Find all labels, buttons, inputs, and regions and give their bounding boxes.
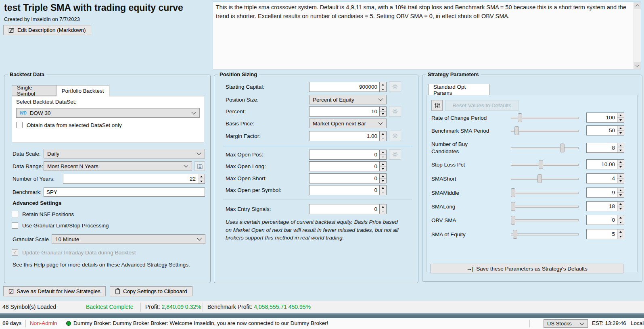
tab-standard-opt-params[interactable]: Standard Opt Params	[428, 84, 489, 95]
slider-thumb[interactable]	[511, 202, 515, 211]
param-slider[interactable]	[511, 202, 579, 211]
scroll-up-button[interactable]	[634, 2, 641, 9]
save-parameters-defaults-button[interactable]: →| Save these Parameters as Strategy's D…	[431, 264, 623, 273]
spin-down-button[interactable]	[617, 131, 624, 135]
max-open-long-stepper[interactable]: 0	[309, 161, 387, 171]
basis-price-combobox[interactable]: Market Open next Bar	[309, 119, 387, 128]
param-stepper[interactable]: 9	[586, 187, 624, 198]
spin-up-button[interactable]	[380, 131, 386, 136]
spin-up-button[interactable]	[380, 204, 386, 209]
param-slider[interactable]	[511, 188, 579, 197]
starting-capital-stepper[interactable]: 900000	[309, 82, 387, 92]
granular-scale-combobox[interactable]: 10 Minute	[52, 234, 205, 244]
param-stepper[interactable]: 8	[586, 143, 624, 153]
benchmark-input[interactable]: SPY	[44, 187, 205, 197]
param-slider[interactable]	[511, 230, 579, 239]
slider-thumb[interactable]	[539, 160, 543, 169]
slider-thumb[interactable]	[537, 174, 542, 183]
tab-single-symbol[interactable]: Single Symbol	[12, 85, 56, 96]
spin-up-button[interactable]	[617, 126, 624, 131]
data-scale-combobox[interactable]: Daily	[44, 149, 205, 158]
spin-down-button[interactable]	[380, 167, 386, 171]
slider-thumb[interactable]	[560, 144, 565, 152]
param-stepper[interactable]: 10.00	[586, 159, 624, 169]
market-combobox[interactable]: US Stocks	[544, 319, 588, 328]
granular-limit-checkbox[interactable]	[12, 222, 18, 229]
max-open-short-stepper[interactable]: 0	[309, 173, 387, 183]
spin-up-button[interactable]	[617, 160, 624, 164]
percent-stepper[interactable]: 10	[309, 106, 387, 117]
spin-up-button[interactable]	[198, 174, 205, 179]
spin-up-button[interactable]	[617, 215, 624, 220]
spin-up-button[interactable]	[380, 82, 386, 87]
help-page-link[interactable]: Help page	[34, 262, 59, 268]
copy-settings-button[interactable]: Copy Settings to Clipboard	[110, 286, 192, 296]
param-stepper[interactable]: 0	[586, 215, 624, 225]
scroll-down-button[interactable]	[634, 62, 641, 69]
spin-down-button[interactable]	[617, 220, 624, 225]
slider-thumb[interactable]	[514, 126, 519, 135]
spin-down-button[interactable]	[617, 148, 624, 152]
starting-capital-gear-button[interactable]	[389, 81, 401, 92]
param-slider[interactable]	[511, 144, 579, 152]
data-range-combobox[interactable]: Most Recent N Years	[44, 161, 192, 171]
slider-thumb[interactable]	[513, 230, 517, 239]
reset-values-button[interactable]: Reset Values to Defaults	[445, 100, 519, 111]
save-data-range-button[interactable]	[194, 161, 205, 171]
slider-thumb[interactable]	[511, 188, 515, 197]
spin-down-button[interactable]	[380, 136, 386, 141]
spin-up-button[interactable]	[617, 202, 624, 206]
update-granular-checkbox[interactable]: ✓	[12, 249, 18, 256]
margin-factor-stepper[interactable]: 1.00	[309, 131, 387, 141]
description-scrollbar[interactable]	[634, 2, 641, 69]
param-slider[interactable]	[511, 126, 579, 135]
spin-up-button[interactable]	[617, 174, 624, 179]
param-stepper[interactable]: 18	[586, 201, 624, 211]
optimization-sliders-button[interactable]	[431, 100, 443, 111]
max-open-per-symbol-stepper[interactable]: 0	[309, 185, 387, 195]
param-stepper[interactable]: 50	[586, 125, 624, 135]
margin-factor-gear-button[interactable]	[389, 131, 401, 141]
spin-down-button[interactable]	[380, 179, 386, 183]
position-size-combobox[interactable]: Percent of Equity	[309, 95, 387, 104]
max-open-pos-stepper[interactable]: 0	[309, 150, 387, 160]
obtain-only-checkbox[interactable]	[16, 122, 23, 128]
param-stepper[interactable]: 4	[586, 173, 624, 183]
slider-thumb[interactable]	[511, 216, 515, 225]
max-open-pos-gear-button[interactable]	[389, 149, 401, 160]
spin-up-button[interactable]	[380, 185, 386, 190]
max-entry-signals-stepper[interactable]: 0	[309, 204, 387, 214]
edit-description-button[interactable]: Edit Description (Markdown)	[3, 25, 91, 35]
spin-up-button[interactable]	[617, 113, 624, 118]
percent-gear-button[interactable]	[389, 106, 401, 117]
spin-up-button[interactable]	[617, 188, 624, 193]
param-stepper[interactable]: 100	[586, 112, 624, 123]
spin-up-button[interactable]	[380, 162, 386, 167]
param-slider[interactable]	[511, 216, 579, 225]
spin-up-button[interactable]	[380, 150, 386, 155]
spin-down-button[interactable]	[617, 234, 624, 239]
tab-portfolio-backtest[interactable]: Portfolio Backtest	[56, 85, 109, 96]
param-stepper[interactable]: 5	[586, 229, 624, 239]
save-as-default-button[interactable]: ☑ Save as Default for New Strategies	[3, 286, 106, 296]
spin-up-button[interactable]	[380, 107, 386, 112]
spin-up-button[interactable]	[380, 174, 386, 179]
spin-up-button[interactable]	[617, 143, 624, 148]
spin-down-button[interactable]	[380, 155, 386, 159]
description-textarea[interactable]: This is the triple sma crossover system.…	[213, 2, 641, 69]
spin-down-button[interactable]	[380, 190, 386, 195]
retain-nsf-checkbox[interactable]	[12, 211, 18, 217]
spin-down-button[interactable]	[380, 112, 386, 116]
spin-down-button[interactable]	[198, 179, 205, 183]
spin-down-button[interactable]	[617, 206, 624, 211]
spin-down-button[interactable]	[617, 179, 624, 183]
spin-down-button[interactable]	[617, 193, 624, 197]
spin-down-button[interactable]	[617, 164, 624, 169]
param-slider[interactable]	[511, 113, 579, 122]
param-slider[interactable]	[511, 174, 579, 183]
number-of-years-stepper[interactable]: 22	[63, 174, 205, 184]
slider-thumb[interactable]	[518, 113, 522, 122]
spin-down-button[interactable]	[380, 209, 386, 214]
spin-up-button[interactable]	[617, 229, 624, 234]
param-slider[interactable]	[511, 160, 579, 169]
